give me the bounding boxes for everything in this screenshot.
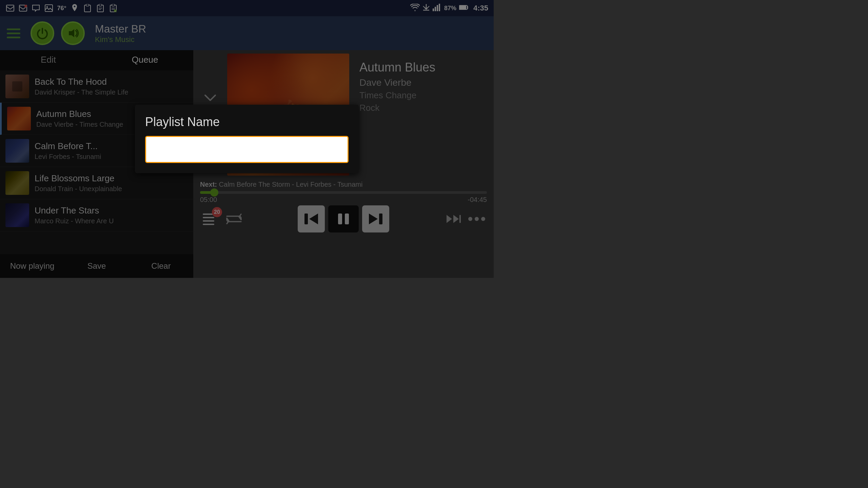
modal-title: Playlist Name xyxy=(145,115,349,129)
playlist-name-dialog: Playlist Name xyxy=(135,105,359,173)
playlist-name-input[interactable] xyxy=(145,136,349,163)
modal-overlay[interactable]: Playlist Name xyxy=(0,0,494,278)
